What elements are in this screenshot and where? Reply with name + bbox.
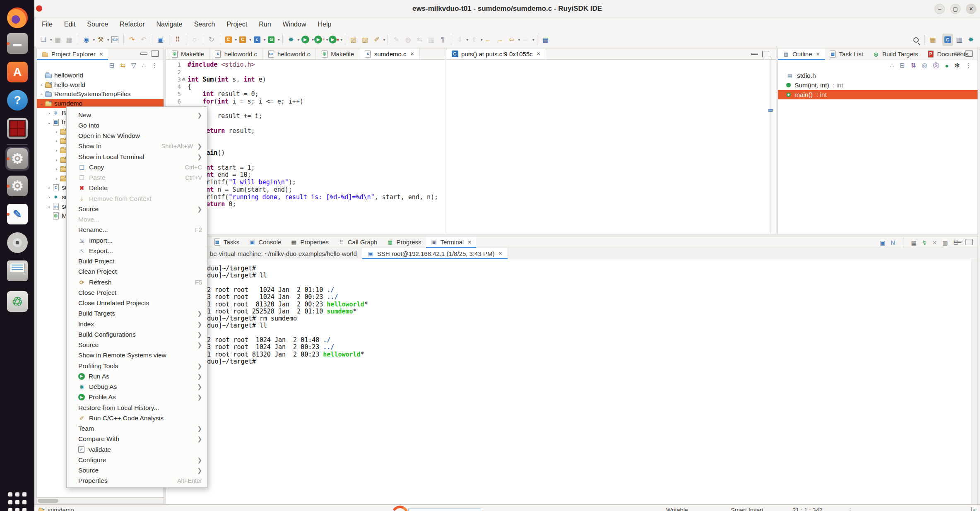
tab-task-list[interactable]: ▤Task List [825,48,868,60]
chevron-down-icon[interactable]: ▾ [107,38,109,42]
menu-item-index[interactable]: Index❯ [67,319,207,329]
search-button[interactable] [910,34,921,45]
chevron-down-icon[interactable]: ▾ [532,38,535,42]
hide-inactive-icon[interactable]: ✻ [954,62,960,69]
explorer-hscrollbar[interactable] [36,498,164,504]
tab-project-explorer[interactable]: Project Explorer ✕ [37,48,108,60]
close-icon[interactable]: ✕ [99,51,104,57]
build-hammer-button[interactable]: ⚒ [95,34,106,45]
tree-item-helloworld[interactable]: helloworld [37,71,164,80]
focus-icon[interactable]: ∴ [890,62,894,69]
dock-item-trash[interactable]: ♲ [5,289,29,313]
view-menu-icon[interactable]: ⋮ [152,62,158,69]
menu-item-rename-[interactable]: Rename...F2 [67,225,207,235]
menu-item-profile-as[interactable]: ▶Profile As❯ [67,392,207,403]
expander-icon[interactable]: › [53,148,60,153]
menu-item-close-unrelated-projects[interactable]: Close Unrelated Projects [67,298,207,309]
refresh-remote-button[interactable]: ↻ [206,34,217,45]
menu-item-source[interactable]: Source❯ [67,465,207,476]
tab-tasks[interactable]: ▤Tasks [209,236,244,248]
menu-item-go-into[interactable]: Go Into [67,120,207,130]
menu-navigate[interactable]: Navigate [151,17,188,31]
tab-makefile[interactable]: ◎Makefile [166,48,209,59]
binary-file-button[interactable]: 010 [110,34,120,45]
maximize-view-icon[interactable] [152,51,159,57]
run-button[interactable]: ▶ [300,34,311,45]
expander-icon[interactable]: › [53,157,60,162]
menu-search[interactable]: Search [188,17,221,31]
tab-console[interactable]: ▣Console [244,236,286,248]
chevron-down-icon[interactable]: ▾ [340,38,342,42]
maximize-view-icon[interactable] [966,239,973,245]
close-icon[interactable]: ✕ [467,239,472,245]
menu-item-refresh[interactable]: ⟳RefreshF5 [67,277,207,287]
expander-icon[interactable]: ⌄ [46,120,52,125]
tab-helloworld-o[interactable]: 010helloworld.o [262,48,316,59]
chevron-down-icon[interactable]: ▾ [383,38,385,42]
debug-button[interactable]: ✸ [286,34,296,45]
chevron-down-icon[interactable]: ▾ [312,38,314,42]
expander-icon[interactable]: › [46,195,52,200]
link-with-editor-icon[interactable]: ⇆ [120,62,125,69]
expander-icon[interactable]: › [46,185,52,190]
disconnect-icon[interactable]: ✕ [932,239,937,246]
tab-outline[interactable]: ▤Outline✕ [778,48,825,60]
chevron-down-icon[interactable]: ▾ [466,38,468,42]
perspective-remote-button[interactable]: ▥ [954,34,965,45]
menu-item-show-in-local-terminal[interactable]: Show in Local Terminal❯ [67,152,207,162]
dock-item-settings[interactable]: ⚙ [5,147,29,171]
outline-item-stdio-h[interactable]: ▤stdio.h [778,71,978,80]
tab-progress[interactable]: ▦Progress [382,236,426,248]
menu-item-team[interactable]: Team❯ [67,424,207,434]
filter-icon[interactable]: ▽ [131,62,136,69]
dock-item-firefox[interactable] [5,6,29,30]
expander-icon[interactable]: ⌄ [39,101,45,106]
expander-icon[interactable]: › [53,129,60,134]
menu-item-debug-as[interactable]: ✸Debug As❯ [67,382,207,392]
close-icon[interactable]: ✕ [816,51,820,57]
remote-console-button[interactable]: ▣ [155,34,166,45]
menu-item-compare-with[interactable]: Compare With❯ [67,434,207,444]
tab-call-graph[interactable]: ⠿Call Graph [333,236,382,248]
menu-file[interactable]: File [36,17,58,31]
expander-icon[interactable]: › [39,82,45,87]
code-editor[interactable]: 1#include <stdio.h>23⊖int Sum(int s, int… [166,60,445,234]
last-edit-fwd-button[interactable]: → [494,34,505,45]
menu-item-run-c-c-code-analysis[interactable]: ✐Run C/C++ Code Analysis [67,413,207,423]
tab-puts-at-puts-c-9-0x1055c[interactable]: Cputs() at puts.c:9 0x1055c✕ [446,48,546,59]
chevron-down-icon[interactable]: ▾ [264,38,266,42]
new-c-folder-button[interactable]: C [237,34,248,45]
menu-item-export-[interactable]: ⇱Export... [67,246,207,256]
menu-item-validate[interactable]: ✓Validate [67,444,207,455]
menu-run[interactable]: Run [253,17,277,31]
close-icon[interactable]: ✕ [498,251,502,256]
menu-item-restore-from-local-history-[interactable]: Restore from Local History... [67,403,207,413]
minimize-editor-icon[interactable] [751,53,758,55]
last-edit-back-button[interactable]: ← [483,34,494,45]
menu-item-new[interactable]: New❯ [67,110,207,120]
inspect-button[interactable]: ◌ [189,34,200,45]
tab-terminal[interactable]: ▣Terminal✕ [426,236,477,248]
expander-icon[interactable]: › [53,138,60,143]
tree-item-RemoteSystemsTempFiles[interactable]: ›RemoteSystemsTempFiles [37,89,164,99]
tab-properties[interactable]: ▦Properties [286,236,333,248]
menu-help[interactable]: Help [312,17,337,31]
menu-item-profiling-tools[interactable]: Profiling Tools❯ [67,361,207,371]
dock-item-disc-burner[interactable] [5,231,29,255]
chevron-down-icon[interactable]: ▾ [50,38,52,42]
tab-sumdemo-c[interactable]: csumdemo.c✕ [359,48,420,59]
dock-item-files[interactable]: ▬ [5,31,29,55]
expander-icon[interactable]: › [46,111,52,116]
new-wizard-button[interactable]: ❏ [38,34,49,45]
dock-item-settings-alt[interactable]: ⚙ [5,174,29,198]
pin-console-icon[interactable]: N [891,239,895,246]
menu-item-source[interactable]: Source❯ [67,204,207,214]
resume-button[interactable]: ↶ [138,34,149,45]
profile-button[interactable]: ▶≡ [314,34,325,45]
menu-item-copy[interactable]: ❏CopyCtrl+C [67,162,207,172]
dock-item-floppy-archive[interactable] [5,259,29,283]
new-terminal-icon[interactable]: ▦ [911,239,917,246]
menu-item-close-project[interactable]: Close Project [67,287,207,298]
build-target-button[interactable]: ◉ [81,34,92,45]
breakpoint-types-button[interactable]: ⠿ [172,34,183,45]
